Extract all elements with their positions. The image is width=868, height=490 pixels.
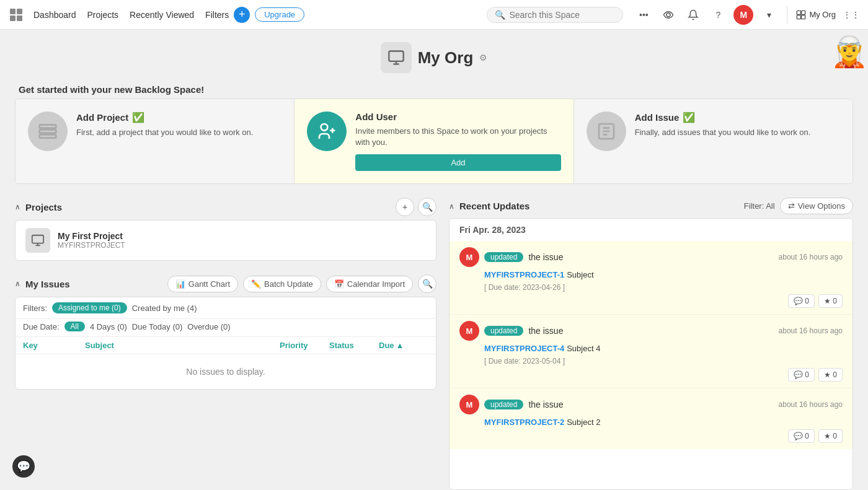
add-user-button[interactable]: Add xyxy=(355,154,560,171)
comment-btn-2[interactable]: 💬 0 xyxy=(788,429,815,443)
due-overdue[interactable]: Overdue (0) xyxy=(187,322,230,331)
col-due[interactable]: Due ▲ xyxy=(379,341,428,350)
col-priority[interactable]: Priority xyxy=(280,341,329,350)
projects-section-title: Projects xyxy=(25,202,62,212)
nav-filters[interactable]: Filters xyxy=(205,10,229,20)
due-date-label: Due Date: xyxy=(23,322,60,331)
col-key[interactable]: Key xyxy=(23,341,85,350)
topnav: Dashboard Projects Recently Viewed Filte… xyxy=(0,0,868,30)
due-all-btn[interactable]: All xyxy=(64,322,85,331)
gantt-chart-button[interactable]: 📊 Gantt Chart xyxy=(167,276,238,292)
add-project-desc: First, add a project that you would like… xyxy=(76,127,253,138)
main-content: My Org ⚙ Get started with your new Backl… xyxy=(0,30,868,490)
add-issue-title: Add Issue ✅ xyxy=(635,112,811,123)
due-today[interactable]: Due Today (0) xyxy=(132,322,182,331)
chevron-down-icon[interactable]: ▾ xyxy=(760,6,778,24)
svg-rect-5 xyxy=(797,11,801,14)
nav-dashboard[interactable]: Dashboard xyxy=(33,10,76,20)
star-btn-1[interactable]: ★ 0 xyxy=(818,368,843,382)
projects-collapse-btn[interactable]: ∧ xyxy=(15,203,20,211)
update-time-1: about 16 hours ago xyxy=(779,326,843,335)
org-settings-icon[interactable]: ⚙ xyxy=(479,53,487,63)
batch-icon: ✏️ xyxy=(251,279,261,289)
chat-bubble-button[interactable]: 💬 xyxy=(12,455,35,478)
svg-rect-14 xyxy=(40,134,56,138)
calendar-import-button[interactable]: 📅 Calendar Import xyxy=(326,276,413,292)
comment-btn-1[interactable]: 💬 0 xyxy=(788,368,815,382)
issues-section-title: My Issues xyxy=(25,279,70,289)
org-label: My Org xyxy=(809,10,836,19)
batch-update-button[interactable]: ✏️ Batch Update xyxy=(243,276,321,292)
no-issues-message: No issues to display. xyxy=(16,354,436,389)
project-key: MYFIRSTPROJECT xyxy=(58,241,125,250)
add-project-btn[interactable]: + xyxy=(396,198,414,216)
recent-updates-header: ∧ Recent Updates Filter: All ⇄ View Opti… xyxy=(449,194,853,218)
updates-list: Fri Apr. 28, 2023 M updated the issue ab… xyxy=(449,218,853,490)
update-issue-key-0[interactable]: MYFIRSTPROJECT-1 xyxy=(484,270,564,279)
add-issue-desc: Finally, add issues that you would like … xyxy=(635,127,811,138)
mascot-decoration: 🧝 xyxy=(831,37,868,67)
upgrade-button[interactable]: Upgrade xyxy=(255,7,304,22)
grid-icon[interactable]: ⋮⋮ xyxy=(842,6,861,24)
onboard-add-project: Add Project ✅ First, add a project that … xyxy=(16,99,294,183)
nav-projects[interactable]: Projects xyxy=(87,10,119,20)
star-btn-0[interactable]: ★ 0 xyxy=(818,294,843,308)
update-item-2: M updated the issue about 16 hours ago M… xyxy=(450,388,852,449)
more-options-icon[interactable]: ••• xyxy=(634,6,653,24)
update-issue-subject-1: Subject 4 xyxy=(567,344,600,353)
recent-collapse-btn[interactable]: ∧ xyxy=(449,202,454,211)
update-issue-key-1[interactable]: MYFIRSTPROJECT-4 xyxy=(484,344,564,353)
comment-btn-0[interactable]: 💬 0 xyxy=(788,294,815,308)
due-4days[interactable]: 4 Days (0) xyxy=(90,322,127,331)
project-name: My First Project xyxy=(58,231,125,241)
view-options-button[interactable]: ⇄ View Options xyxy=(780,198,853,214)
svg-point-4 xyxy=(666,13,670,17)
help-icon[interactable]: ? xyxy=(709,6,727,24)
issues-section-header: ∧ My Issues 📊 Gantt Chart ✏️ Batch Updat… xyxy=(15,271,436,297)
svg-rect-2 xyxy=(10,15,16,21)
update-issue-key-2[interactable]: MYFIRSTPROJECT-2 xyxy=(484,418,564,427)
org-title: My Org xyxy=(418,48,474,68)
svg-rect-13 xyxy=(40,129,56,133)
search-input[interactable] xyxy=(509,10,602,20)
gantt-icon: 📊 xyxy=(175,279,185,289)
watch-icon[interactable] xyxy=(659,6,678,24)
issues-collapse-btn[interactable]: ∧ xyxy=(15,279,20,288)
add-user-title: Add User xyxy=(355,112,560,122)
svg-rect-3 xyxy=(17,15,22,21)
onboard-add-user: Add User Invite members to this Space to… xyxy=(294,99,574,183)
left-column: ∧ Projects + 🔍 My First Project MYFIRSTP… xyxy=(15,194,436,490)
update-avatar-0: M xyxy=(459,247,479,267)
right-column: ∧ Recent Updates Filter: All ⇄ View Opti… xyxy=(449,194,853,490)
filters-label: Filters: xyxy=(23,304,47,313)
project-card-icon xyxy=(25,228,50,253)
created-by-me-link[interactable]: Created by me (4) xyxy=(132,304,197,313)
star-btn-2[interactable]: ★ 0 xyxy=(818,429,843,443)
onboard-add-issue: Add Issue ✅ Finally, add issues that you… xyxy=(574,99,852,183)
divider xyxy=(787,6,787,24)
update-item-0: M updated the issue about 16 hours ago M… xyxy=(450,241,852,315)
col-status[interactable]: Status xyxy=(329,341,379,350)
search-issues-btn[interactable]: 🔍 xyxy=(418,274,436,293)
search-projects-btn[interactable]: 🔍 xyxy=(418,198,436,216)
svg-rect-8 xyxy=(802,15,805,19)
col-subject[interactable]: Subject xyxy=(85,341,280,350)
project-card[interactable]: My First Project MYFIRSTPROJECT xyxy=(15,220,436,261)
nav-recently-viewed[interactable]: Recently Viewed xyxy=(130,10,194,20)
svg-rect-1 xyxy=(17,9,22,14)
add-user-content: Add User Invite members to this Space to… xyxy=(355,112,560,171)
svg-rect-9 xyxy=(389,51,403,61)
filters-row: Filters: Assigned to me (0) Created by m… xyxy=(16,297,436,319)
assigned-to-me-tag[interactable]: Assigned to me (0) xyxy=(52,302,127,313)
logo-icon[interactable] xyxy=(7,6,25,24)
org-header: My Org ⚙ xyxy=(0,30,868,79)
user-avatar[interactable]: M xyxy=(733,5,753,25)
updated-badge-1: updated xyxy=(484,326,523,336)
add-user-icon xyxy=(307,112,347,151)
update-issue-subject-0: Subject xyxy=(567,270,593,279)
add-project-check: ✅ xyxy=(132,112,144,123)
add-button[interactable]: + xyxy=(234,7,250,23)
add-project-content: Add Project ✅ First, add a project that … xyxy=(76,112,253,138)
notifications-icon[interactable] xyxy=(684,6,702,24)
org-switcher[interactable]: My Org xyxy=(796,10,836,20)
